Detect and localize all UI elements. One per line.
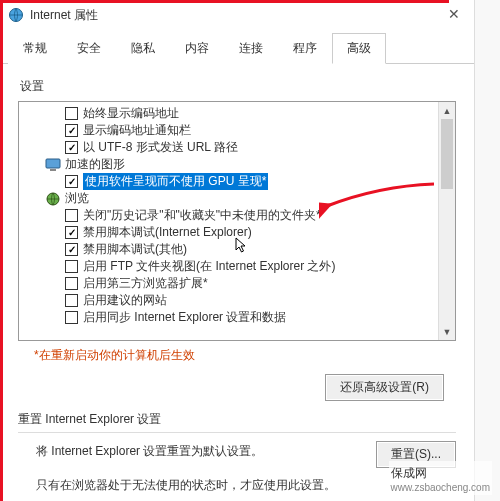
- scroll-track[interactable]: [439, 119, 455, 323]
- internet-properties-dialog: Internet 属性 ✕ 常规安全隐私内容连接程序高级 设置 始终显示编码地址…: [0, 0, 475, 501]
- watermark: 保成网 www.zsbaocheng.com: [389, 461, 493, 495]
- tree-item[interactable]: 使用软件呈现而不使用 GPU 呈现*: [23, 173, 438, 190]
- watermark-brand: 保成网: [391, 466, 427, 480]
- svg-rect-1: [46, 159, 60, 168]
- tab-0[interactable]: 常规: [8, 33, 62, 64]
- tree-group-label: 加速的图形: [65, 156, 125, 173]
- tree-group[interactable]: 加速的图形: [23, 156, 438, 173]
- tab-2[interactable]: 隐私: [116, 33, 170, 64]
- checkbox[interactable]: [65, 141, 78, 154]
- titlebar: Internet 属性 ✕: [0, 0, 474, 30]
- close-button[interactable]: ✕: [434, 0, 474, 28]
- tree-group[interactable]: 浏览: [23, 190, 438, 207]
- reset-heading: 重置 Internet Explorer 设置: [18, 411, 456, 428]
- tree-item[interactable]: 启用建议的网站: [23, 292, 438, 309]
- tab-3[interactable]: 内容: [170, 33, 224, 64]
- tree-item-label: 启用建议的网站: [83, 292, 167, 309]
- tab-6[interactable]: 高级: [332, 33, 386, 64]
- tree-item[interactable]: 显示编码地址通知栏: [23, 122, 438, 139]
- checkbox[interactable]: [65, 294, 78, 307]
- scrollbar-vertical[interactable]: ▲ ▼: [438, 102, 455, 340]
- globe-icon: [45, 192, 61, 206]
- tree-item[interactable]: 始终显示编码地址: [23, 105, 438, 122]
- checkbox[interactable]: [65, 209, 78, 222]
- tree-item-label: 以 UTF-8 形式发送 URL 路径: [83, 139, 238, 156]
- checkbox[interactable]: [65, 260, 78, 273]
- settings-tree[interactable]: 始终显示编码地址显示编码地址通知栏以 UTF-8 形式发送 URL 路径加速的图…: [18, 101, 456, 341]
- tab-5[interactable]: 程序: [278, 33, 332, 64]
- tree-item-label: 禁用脚本调试(其他): [83, 241, 187, 258]
- checkbox[interactable]: [65, 243, 78, 256]
- internet-icon: [8, 7, 24, 23]
- tree-item[interactable]: 关闭"历史记录"和"收藏夹"中未使用的文件夹*: [23, 207, 438, 224]
- tab-1[interactable]: 安全: [62, 33, 116, 64]
- tree-item-label: 显示编码地址通知栏: [83, 122, 191, 139]
- scroll-up-button[interactable]: ▲: [439, 102, 455, 119]
- tree-item-label: 使用软件呈现而不使用 GPU 呈现*: [83, 173, 268, 190]
- tree-item-label: 启用第三方浏览器扩展*: [83, 275, 208, 292]
- checkbox[interactable]: [65, 277, 78, 290]
- settings-label: 设置: [20, 78, 456, 95]
- checkbox[interactable]: [65, 311, 78, 324]
- checkbox[interactable]: [65, 124, 78, 137]
- tree-item-label: 启用 FTP 文件夹视图(在 Internet Explorer 之外): [83, 258, 336, 275]
- scroll-down-button[interactable]: ▼: [439, 323, 455, 340]
- checkbox[interactable]: [65, 226, 78, 239]
- tree-item[interactable]: 以 UTF-8 形式发送 URL 路径: [23, 139, 438, 156]
- checkbox[interactable]: [65, 107, 78, 120]
- tree-item-label: 始终显示编码地址: [83, 105, 179, 122]
- tree-item-label: 禁用脚本调试(Internet Explorer): [83, 224, 252, 241]
- tab-strip: 常规安全隐私内容连接程序高级: [0, 32, 474, 64]
- restore-defaults-button[interactable]: 还原高级设置(R): [325, 374, 444, 401]
- reset-description: 将 Internet Explorer 设置重置为默认设置。: [36, 441, 364, 463]
- tree-group-label: 浏览: [65, 190, 89, 207]
- tree-item[interactable]: 启用 FTP 文件夹视图(在 Internet Explorer 之外): [23, 258, 438, 275]
- tree-item-label: 启用同步 Internet Explorer 设置和数据: [83, 309, 286, 326]
- tree-item-label: 关闭"历史记录"和"收藏夹"中未使用的文件夹*: [83, 207, 321, 224]
- checkbox[interactable]: [65, 175, 78, 188]
- tree-item[interactable]: 启用同步 Internet Explorer 设置和数据: [23, 309, 438, 326]
- scroll-thumb[interactable]: [441, 119, 453, 189]
- tree-item[interactable]: 启用第三方浏览器扩展*: [23, 275, 438, 292]
- watermark-url: www.zsbaocheng.com: [391, 482, 491, 493]
- tree-item[interactable]: 禁用脚本调试(其他): [23, 241, 438, 258]
- monitor-icon: [45, 158, 61, 172]
- window-title: Internet 属性: [30, 7, 466, 24]
- tab-4[interactable]: 连接: [224, 33, 278, 64]
- tab-content-advanced: 设置 始终显示编码地址显示编码地址通知栏以 UTF-8 形式发送 URL 路径加…: [0, 64, 474, 501]
- svg-rect-2: [50, 169, 56, 171]
- tree-item[interactable]: 禁用脚本调试(Internet Explorer): [23, 224, 438, 241]
- restart-note: *在重新启动你的计算机后生效: [34, 347, 456, 364]
